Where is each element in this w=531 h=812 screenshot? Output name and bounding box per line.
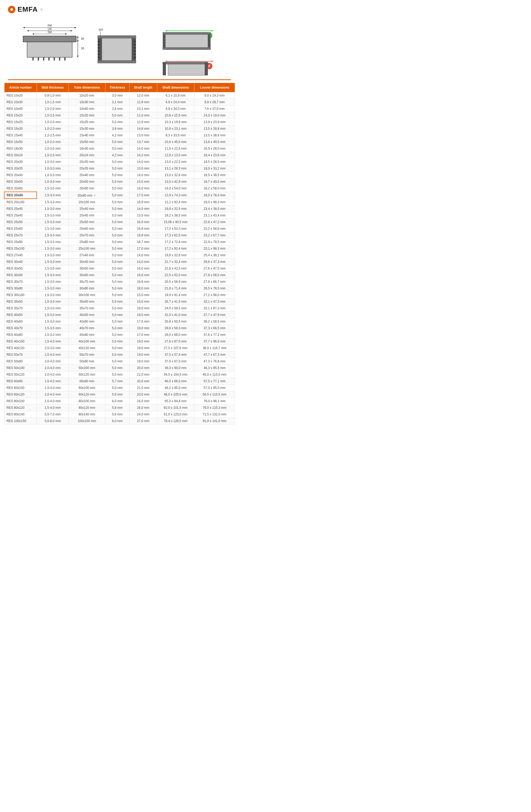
cell-5: 13,0 x 32,6 mm [157,172,194,178]
cell-3: 5,0 mm [105,232,129,239]
cell-3: 5,0 mm [105,292,129,299]
cell-1: 2,0-4,0 mm [37,391,69,398]
table-row: RES 60x1001,5-4,0 mm60x100 mm5,0 mm21,5 … [4,385,235,391]
logo-registered: ® [40,8,42,11]
col-thickness: Thickness [105,83,129,92]
cell-2: 20x50 mm [69,178,105,185]
cell-6: 18,7 x 49,0 mm [194,178,235,185]
cell-4: 14,0 mm [129,206,157,212]
cell-6: 23,4 x 38,0 mm [194,206,235,212]
cell-0: RES 80x120 [4,405,37,411]
cell-2: 80x140 mm [69,411,105,418]
cell-5: 26,7 x 41,5 mm [157,299,194,305]
svg-rect-38 [98,54,100,55]
cell-5: 11,0 x 22,6 mm [157,145,194,152]
logo: EMFA ® [8,5,231,14]
cell-1: 1,5-3,0 mm [37,245,69,252]
cell-1: 2,0-4,0 mm [37,372,69,378]
cell-4: 13,0 mm [129,212,157,219]
cell-2: 60x100 mm [69,385,105,391]
cell-6: 32,1 x 47,3 mm [194,299,235,305]
cell-5: 46,0 x 66,0 mm [157,378,194,385]
table-container: Article number Wall thickness Tube dimen… [0,83,239,430]
svg-rect-35 [98,44,100,45]
cell-0: RES 10x30 [4,99,37,105]
svg-rect-55 [165,32,208,49]
svg-rect-19 [59,57,60,60]
table-row: RES 20x801,5-3,0 mm20x80 mm ✓5,0 mm17,5 … [4,192,235,199]
svg-rect-67 [163,62,166,75]
cell-2: 15x25 mm [69,119,105,126]
table-row: RES 30x601,5-3,0 mm30x60 mm5,0 mm16,0 mm… [4,272,235,278]
cell-2: 20x60 mm [69,185,105,192]
cell-6: 32,1 x 67,3 mm [194,305,235,312]
cell-6: 27,6 x 47,5 mm [194,265,235,272]
cell-0: RES 10x20 [4,92,37,99]
cell-2: 15x40 mm [69,132,105,139]
cell-0: RES 50x80 [4,358,37,365]
cell-6: 13,9 x 23,9 mm [194,119,235,126]
cell-3: 5,0 mm [105,385,129,391]
table-row: RES 30x701,5-3,0 mm30x70 mm5,0 mm18,8 mm… [4,278,235,285]
cell-4: 14,2 mm [129,152,157,159]
cell-2: 15x20 mm [69,112,105,119]
cell-4: 20,0 mm [129,378,157,385]
cell-0: RES 40x70 [4,325,37,332]
cell-4: 24,0 mm [129,411,157,418]
cell-5: 22,5 x 52,0 mm [157,272,194,278]
cell-6: 22,8 x 47,2 mm [194,219,235,226]
cell-6: 16,5 x 28,5 mm [194,145,235,152]
svg-marker-2 [74,27,76,28]
cell-2: 50x70 mm [69,351,105,358]
cell-1: 1,5-3,0 mm [37,232,69,239]
cell-3: 5,0 mm [105,119,129,126]
cell-6: 25,4 x 38,2 mm [194,252,235,259]
cell-6: 13,8 x 49,5 mm [194,139,235,145]
cell-5: 19,8 x 32,5 mm [157,206,194,212]
cell-6: 47,3 x 76,8 mm [194,358,235,365]
cell-6: 37,7 x 96,0 mm [194,338,235,345]
cell-5: 21,7 x 32,4 mm [157,259,194,265]
table-row: RES 15x251,0-2,0 mm15x25 mm5,0 mm12,9 mm… [4,119,235,126]
cell-0: RES 40x50 [4,312,37,318]
cell-5: 17,3 x 62,5 mm [157,232,194,239]
svg-rect-49 [98,60,136,63]
cell-6: 27,8 x 66,7 mm [194,278,235,285]
table-body: RES 10x200,8-1,0 mm10x20 mm3,0 mm12,0 mm… [4,92,235,424]
cell-3: 5,0 mm [105,272,129,278]
cell-0: RES 25x80 [4,239,37,245]
svg-rect-39 [98,57,100,58]
cell-6: 38,2 x 58,5 mm [194,318,235,325]
cell-2: 30x50 mm [69,265,105,272]
cell-2: 30x100 mm [69,292,105,299]
cell-6: 18,4 x 23,6 mm [194,152,235,159]
cell-0: RES 25x45 [4,212,37,219]
cell-4: 16,0 mm [129,219,157,226]
cell-5: 20,5 x 58,9 mm [157,278,194,285]
cell-5: 24,0 x 58,5 mm [157,305,194,312]
table-row: RES 20x241,0-2,5 mm20x24 mm4,2 mm14,2 mm… [4,152,235,159]
cell-4: 27,0 mm [129,418,157,424]
svg-rect-44 [134,47,136,48]
cell-4: 14,0 mm [129,159,157,165]
cell-1: 1,5-3,0 mm [37,199,69,206]
cell-0: RES 30x60 [4,272,37,278]
cell-0: RES 40x120 [4,345,37,351]
cell-1: 1,5-4,0 mm [37,385,69,391]
cell-0: RES 25x40 [4,206,37,212]
svg-marker-52 [212,30,213,32]
cell-5: 39,3 x 90,0 mm [157,365,194,372]
cell-0: RES 20x50 [4,178,37,185]
cell-2: 80x120 mm [69,405,105,411]
table-row: RES 15x501,0-2,0 mm15x50 mm5,0 mm13,7 mm… [4,139,235,145]
cell-3: 5,0 mm [105,285,129,292]
cell-3: 5,0 mm [105,305,129,312]
cell-3: 5,0 mm [105,312,129,318]
table-row: RES 35x701,5-3,0 mm35x70 mm5,0 mm19,0 mm… [4,305,235,312]
cell-6: 57,0 x 95,5 mm [194,385,235,391]
cell-4: 26,0 mm [129,405,157,411]
cell-5: 46,0 x 105,6 mm [157,391,194,398]
svg-text:SK: SK [81,38,84,40]
cell-3: 4,2 mm [105,132,129,139]
cell-5: 13,0 x 42,8 mm [157,178,194,185]
